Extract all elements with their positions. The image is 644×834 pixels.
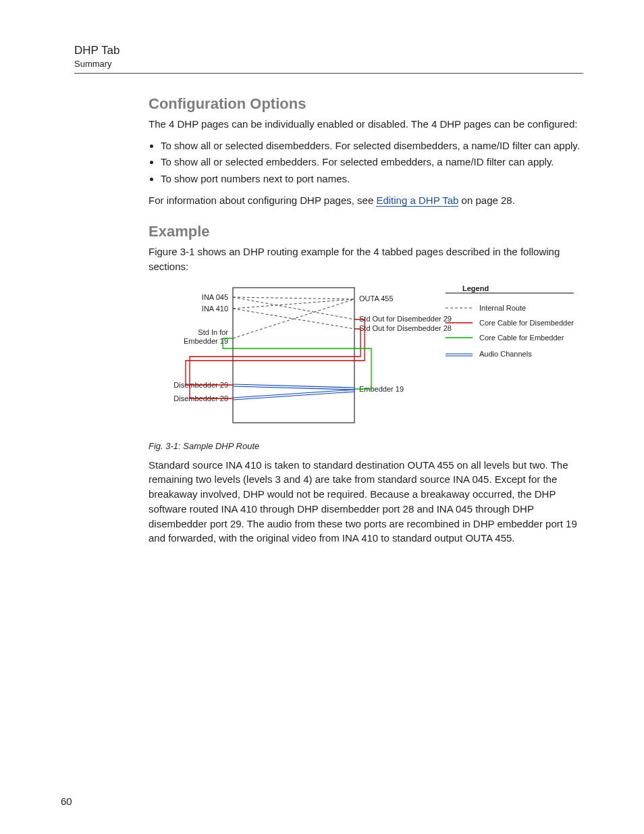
config-xref-paragraph: For information about configuring DHP pa… xyxy=(149,193,583,208)
label-ina045: INA 045 xyxy=(202,293,228,301)
legend-label-disembedder: Core Cable for Disembedder xyxy=(479,319,574,327)
svg-line-1 xyxy=(233,297,354,319)
main-content: Configuration Options The 4 DHP pages ca… xyxy=(149,95,583,546)
audio-channels xyxy=(233,384,354,400)
config-bullet-list: To show all or selected disembedders. Fo… xyxy=(161,138,583,187)
label-ina410: INA 410 xyxy=(202,305,228,313)
running-header: DHP Tab Summary xyxy=(74,44,583,74)
svg-line-8 xyxy=(233,392,354,400)
text: For information about configuring DHP pa… xyxy=(149,194,376,206)
figure-dhp-route: INA 045 INA 410 Std In for Embedder 19 D… xyxy=(149,281,583,436)
internal-routes xyxy=(233,297,354,338)
svg-line-7 xyxy=(233,390,354,398)
diagram-svg: INA 045 INA 410 Std In for Embedder 19 D… xyxy=(149,281,581,433)
list-item: To show all or selected disembedders. Fo… xyxy=(161,138,583,154)
text: on page 28. xyxy=(458,194,514,206)
label-stdin-l2: Embedder 19 xyxy=(184,337,228,345)
header-subtitle: Summary xyxy=(74,59,583,69)
label-stdin-l1: Std In for xyxy=(198,328,228,336)
heading-config-options: Configuration Options xyxy=(149,95,583,113)
legend-label-internal: Internal Route xyxy=(479,304,526,312)
example-body-paragraph: Standard source INA 410 is taken to stan… xyxy=(149,458,583,546)
embedder-cable xyxy=(223,338,371,389)
legend-label-embedder: Core Cable for Embedder xyxy=(479,334,564,342)
legend-label-audio: Audio Channels xyxy=(479,350,532,358)
page: DHP Tab Summary Configuration Options Th… xyxy=(0,0,644,834)
svg-line-0 xyxy=(233,297,354,299)
list-item: To show port numbers next to port names. xyxy=(161,172,583,187)
svg-line-4 xyxy=(233,299,354,338)
legend-title: Legend xyxy=(462,284,489,292)
header-title: DHP Tab xyxy=(74,44,583,57)
example-intro-paragraph: Figure 3-1 shows an DHP routing example … xyxy=(149,244,583,274)
label-outa455: OUTA 455 xyxy=(359,294,394,303)
link-editing-dhp-tab[interactable]: Editing a DHP Tab xyxy=(376,194,458,207)
config-intro-paragraph: The 4 DHP pages can be individually enab… xyxy=(149,117,583,132)
svg-line-2 xyxy=(233,299,354,309)
label-stdout28: Std Out for Disembedder 28 xyxy=(359,324,452,332)
list-item: To show all or selected embedders. For s… xyxy=(161,155,583,170)
figure-caption: Fig. 3-1: Sample DHP Route xyxy=(149,441,583,451)
label-stdout29: Std Out for Disembedder 29 xyxy=(359,315,452,323)
page-number: 60 xyxy=(61,796,72,807)
heading-example: Example xyxy=(149,223,583,240)
